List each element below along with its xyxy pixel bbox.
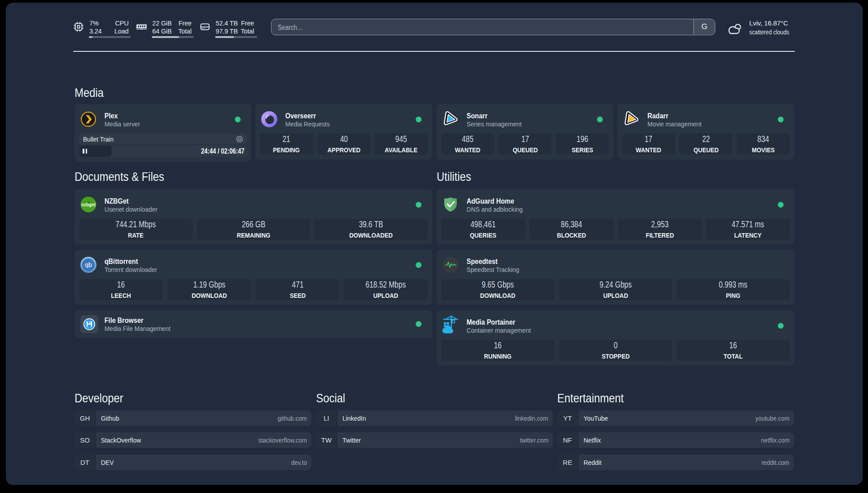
svg-text:qb: qb bbox=[85, 261, 92, 268]
svg-text:nzbget: nzbget bbox=[81, 202, 96, 207]
